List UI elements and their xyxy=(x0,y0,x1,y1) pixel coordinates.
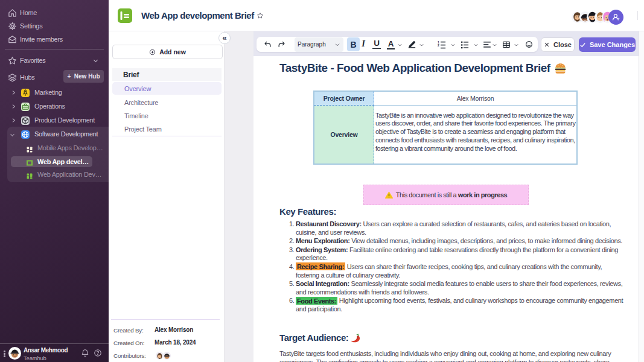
svg-text:2: 2 xyxy=(438,43,439,47)
